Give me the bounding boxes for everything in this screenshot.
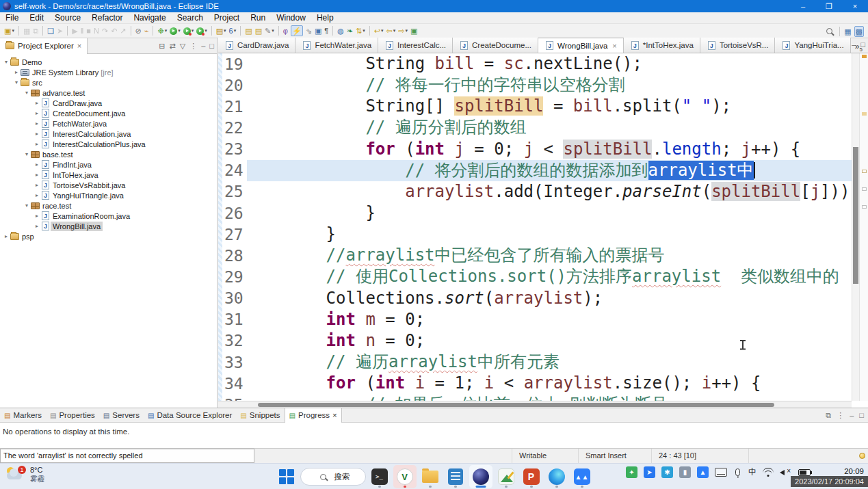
terminal-app-icon[interactable]: >_ (368, 465, 391, 488)
disconnect-icon[interactable]: N (94, 25, 99, 36)
type-hierarchy-icon[interactable]: φ (283, 25, 288, 36)
tab-project-explorer[interactable]: Project Explorer × (0, 38, 88, 54)
code-text[interactable]: // 遍历分割后的数组 (247, 117, 852, 138)
step-return-icon[interactable]: ↗ (120, 25, 126, 36)
close-icon[interactable]: × (332, 411, 337, 419)
close-icon[interactable]: × (612, 42, 616, 50)
view-tab-properties[interactable]: ▤Properties (46, 408, 99, 423)
editor-tab-carddraw-java[interactable]: CardDraw.java (218, 38, 295, 53)
close-window-button[interactable]: × (842, 0, 868, 12)
line-number[interactable]: 25 (218, 183, 247, 200)
code-text[interactable]: // 将每一行中的字符串以空格分割 (247, 75, 852, 96)
editor-tab-wrongbill-java[interactable]: WrongBill.java× (538, 38, 624, 53)
tree-item-base-test[interactable]: ▾base.test (0, 149, 217, 159)
battery-icon[interactable] (798, 469, 811, 476)
code-text[interactable]: for (int j = 0; j < splitBill.length; j+… (247, 139, 852, 160)
code-line-30[interactable]: 30 Collections.sort(arraylist); (218, 288, 852, 309)
suspend-icon[interactable]: ‖ (81, 25, 84, 36)
chevron-right-icon[interactable]: ▸ (34, 182, 40, 188)
remove-terminated-icon[interactable]: ⧉ (826, 411, 831, 420)
code-line-28[interactable]: 28 //arraylist中已经包含了所有输入的票据号 (218, 245, 852, 266)
run-icon[interactable]: ▾ (170, 25, 181, 36)
maximize-icon[interactable]: □ (860, 40, 865, 49)
code-line-20[interactable]: 20 // 将每一行中的字符串以空格分割 (218, 75, 852, 96)
tree-item-jre-system-library[interactable]: ▸JRE System Library [jre] (0, 67, 217, 77)
editor-tab-yanghuitria-[interactable]: YangHuiTria... (775, 38, 850, 53)
view-tab-data-source-explorer[interactable]: ▤Data Source Explorer (144, 408, 236, 423)
terminate-icon[interactable]: ■ (86, 25, 91, 36)
tree-item-carddraw-java[interactable]: ▸CardDraw.java (0, 98, 217, 108)
view-menu-icon[interactable]: ⋮ (189, 42, 197, 51)
line-number[interactable]: 20 (218, 77, 247, 94)
code-text[interactable]: int m = 0; (247, 309, 852, 330)
code-text[interactable]: } (247, 202, 852, 224)
chat-tray-icon[interactable]: ✦ (626, 466, 637, 478)
overview-mark[interactable] (862, 187, 867, 191)
java-ee-icon[interactable]: 6▾ (229, 25, 237, 36)
code-line-31[interactable]: 31 int m = 0; (218, 309, 852, 330)
menu-navigate[interactable]: Navigate (128, 12, 171, 24)
open-resource-icon[interactable]: ▤ (245, 25, 252, 36)
next-annotation-icon[interactable]: ⇘ (306, 25, 312, 36)
skip-breakpoints-icon[interactable]: ⊘ (135, 25, 142, 36)
overview-ruler[interactable] (859, 53, 868, 401)
chevron-down-icon[interactable]: ▾ (13, 79, 20, 85)
search-box[interactable]: 搜索 (300, 465, 366, 488)
line-number[interactable]: 30 (218, 289, 247, 307)
chevron-down-icon[interactable]: ▾ (3, 59, 10, 65)
menu-file[interactable]: File (0, 12, 24, 24)
notes-app-icon[interactable] (444, 465, 467, 488)
last-edit-location-icon[interactable]: ↩▾ (374, 25, 384, 36)
code-text[interactable]: // 遍历arraylist中所有元素 (247, 352, 852, 373)
close-icon[interactable]: × (77, 42, 81, 50)
code-line-35[interactable]: 35 // 如果后一位比前一位大 则判断为断号 (218, 394, 852, 401)
console-icon[interactable]: ❑ (47, 25, 54, 36)
vertical-scrollbar[interactable] (852, 53, 859, 401)
code-editor[interactable]: 19 String bill = sc.nextLine();20 // 将每一… (218, 53, 852, 401)
step-into-icon[interactable]: ↷ (102, 25, 108, 36)
debug-icon[interactable]: ❉▾ (157, 25, 167, 36)
filter-icon[interactable]: ▽ (180, 42, 185, 51)
menu-search[interactable]: Search (172, 12, 209, 24)
step-over-icon[interactable]: ↶ (111, 25, 117, 36)
line-number[interactable]: 24 (218, 161, 247, 179)
tree-item-fetchwater-java[interactable]: ▸FetchWater.java (0, 118, 217, 129)
line-number[interactable]: 34 (218, 375, 247, 393)
eclipse-app-icon[interactable] (469, 465, 492, 488)
editor-tab-interestcalc-[interactable]: InterestCalc... (378, 38, 453, 53)
code-line-33[interactable]: 33 // 遍历arraylist中所有元素 (218, 352, 852, 373)
chevron-right-icon[interactable]: ▸ (34, 110, 40, 116)
chevron-down-icon[interactable]: ▾ (23, 151, 30, 157)
chevron-right-icon[interactable]: ▸ (3, 233, 10, 239)
back-icon[interactable]: ⇦▾ (386, 25, 396, 36)
last-edit-flash-icon[interactable]: ⚡ (291, 25, 303, 36)
search-pill[interactable]: 搜索 (300, 468, 366, 486)
trace-icon[interactable]: ⌁ (144, 25, 149, 36)
editor-tab-createdocume-[interactable]: CreateDocume... (453, 38, 538, 53)
coverage-icon[interactable]: ▾ (183, 25, 194, 36)
chevron-down-icon[interactable]: ▾ (23, 90, 30, 96)
tree-item-interestcalculationplus-java[interactable]: ▸InterestCalculationPlus.java (0, 139, 217, 149)
menu-edit[interactable]: Edit (24, 12, 49, 24)
overview-mark[interactable] (862, 55, 867, 58)
chevron-right-icon[interactable]: ▸ (34, 131, 40, 137)
code-line-34[interactable]: 34 for (int i = 1; i < arraylist.size();… (218, 373, 852, 394)
code-line-25[interactable]: 25 arraylist.add(Integer.parseInt(splitB… (218, 181, 852, 202)
line-number[interactable]: 23 (218, 140, 247, 158)
tree-item-inttohex-java[interactable]: ▸IntToHex.java (0, 170, 217, 180)
forward-icon[interactable]: ⇨▾ (398, 25, 408, 36)
tree-item-yanghuitriangle-java[interactable]: ▸YangHuiTriangle.java (0, 190, 217, 200)
search-resource-icon[interactable]: ▤ (255, 25, 262, 36)
team-icon[interactable]: ❧ (347, 25, 353, 36)
annotation-icon[interactable]: ✎▾ (265, 25, 274, 36)
resume-icon[interactable]: ▶ (72, 25, 77, 36)
perspective-java-icon[interactable]: ▩ (854, 26, 864, 37)
maximize-icon[interactable]: □ (859, 411, 864, 419)
search-icon[interactable] (826, 28, 832, 34)
line-number[interactable]: 21 (218, 98, 247, 116)
save-all-icon[interactable]: ⧉ (33, 25, 38, 36)
cloud-drive-app-icon[interactable]: ▲▲ (570, 465, 594, 488)
start-button[interactable] (275, 465, 298, 488)
code-line-19[interactable]: 19 String bill = sc.nextLine(); (218, 53, 852, 75)
pin-editor-icon[interactable]: ▣ (410, 25, 417, 36)
